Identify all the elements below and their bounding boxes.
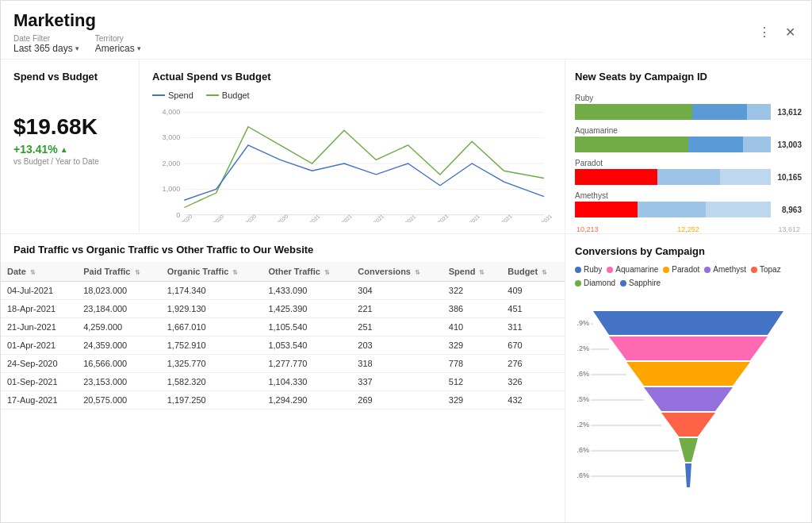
table-cell: 16,566.000 (77, 355, 161, 373)
spend-change: +13.41% ▲ (13, 143, 126, 156)
ruby-dot (575, 267, 581, 273)
table-cell: 410 (442, 318, 502, 336)
table-cell: 451 (501, 300, 565, 318)
table-cell: 17-Aug-2021 (1, 391, 77, 410)
svg-marker-27 (679, 438, 698, 462)
legend-amethyst: Amethyst (704, 265, 746, 274)
more-options-button[interactable]: ⋮ (755, 23, 774, 41)
header: Marketing Date Filter Last 365 days ▾ Te… (1, 1, 811, 60)
close-button[interactable]: ✕ (782, 23, 799, 41)
svg-marker-23 (609, 336, 768, 360)
svg-marker-22 (593, 311, 783, 335)
spend-legend-label: Spend (168, 90, 193, 100)
legend-aquamarine: Aquamarine (607, 265, 658, 274)
table-cell: 24-Sep-2020 (1, 355, 77, 373)
amethyst-label: Amethyst (713, 265, 746, 274)
table-header: Date ⇅ Paid Traffic ⇅ Organic Traffic ⇅ … (1, 262, 565, 282)
dashboard: Marketing Date Filter Last 365 days ▾ Te… (0, 0, 812, 523)
date-filter-dropdown[interactable]: Last 365 days ▾ (13, 43, 79, 54)
svg-text:1,000: 1,000 (163, 186, 181, 194)
seat-label-amethyst: Amethyst (575, 191, 802, 200)
table-title: Paid Traffic vs Organic Traffic vs Other… (1, 244, 565, 262)
table-cell: 432 (501, 391, 565, 410)
table-header-row: Date ⇅ Paid Traffic ⇅ Organic Traffic ⇅ … (1, 262, 565, 282)
svg-text:15%: 15% (577, 395, 589, 403)
table-cell: 318 (351, 355, 442, 373)
territory-filter-dropdown[interactable]: Americas ▾ (95, 43, 141, 54)
col-budget[interactable]: Budget ⇅ (501, 262, 565, 282)
sort-icon-other: ⇅ (324, 269, 330, 276)
legend-diamond: Diamond (575, 279, 615, 287)
table-cell: 23,184.000 (77, 300, 161, 318)
svg-text:4,000: 4,000 (163, 108, 181, 116)
sort-icon-paid: ⇅ (135, 269, 140, 276)
table-cell: 409 (501, 282, 565, 300)
seat-label-aquamarine: Aquamarine (575, 126, 802, 135)
col-date[interactable]: Date ⇅ (1, 262, 77, 282)
legend-budget: Budget (206, 90, 250, 100)
seats-title: New Seats by Campaign ID (575, 71, 802, 83)
col-paid-traffic[interactable]: Paid Traffic ⇅ (77, 262, 161, 282)
col-organic-traffic[interactable]: Organic Traffic ⇅ (161, 262, 262, 282)
table-cell: 1,104.330 (262, 373, 351, 391)
paradot-label: Paradot (672, 265, 699, 274)
table-cell: 322 (442, 282, 502, 300)
svg-text:22.9%: 22.9% (577, 319, 589, 327)
table-cell: 1,174.340 (161, 282, 262, 300)
aquamarine-dot (607, 267, 613, 273)
table-cell: 01-Sep-2021 (1, 373, 77, 391)
diamond-dot (575, 280, 581, 286)
seat-row-paradot: Paradot 10,165 (575, 159, 802, 185)
date-filter-group: Date Filter Last 365 days ▾ (13, 34, 79, 54)
seats-x-axis: 10,213 12,252 13,612 (575, 225, 802, 233)
table-row: 01-Sep-202123,153.0001,582.3201,104.3303… (1, 373, 565, 391)
table-cell: 251 (351, 318, 442, 336)
table-cell: 269 (351, 391, 442, 410)
table-cell: 1,197.250 (161, 391, 262, 410)
sort-icon-date: ⇅ (30, 269, 36, 276)
seat-value-amethyst: 8,963 (774, 206, 802, 214)
table-cell: 276 (501, 355, 565, 373)
table-cell: 1,667.010 (161, 318, 262, 336)
col-conversions[interactable]: Conversions ⇅ (351, 262, 442, 282)
header-left: Marketing Date Filter Last 365 days ▾ Te… (13, 10, 141, 54)
table-cell: 18,023.000 (77, 282, 161, 300)
svg-text:17.2%: 17.2% (577, 344, 589, 352)
date-filter-chevron-icon: ▾ (75, 44, 79, 52)
seat-bar-ruby: 13,612 (575, 104, 802, 120)
conversions-legend: Ruby Aquamarine Paradot Amethyst (575, 265, 802, 287)
seats-x-label-1: 10,213 (576, 225, 599, 233)
aquamarine-label: Aquamarine (615, 265, 658, 274)
seat-bar-amethyst: 8,963 (575, 202, 802, 217)
seat-bar-aquamarine: 13,003 (575, 137, 802, 152)
funnel-svg: 22.9% 17.2% 16.6% 15% 12% 8.6% 7.6% (577, 311, 799, 494)
main-content: Spend vs Budget $19.68K +13.41% ▲ vs Bud… (1, 60, 811, 522)
table-cell: 1,929.130 (161, 300, 262, 318)
col-other-traffic[interactable]: Other Traffic ⇅ (262, 262, 351, 282)
seats-x-label-3: 13,612 (778, 225, 800, 233)
spend-legend-dot (152, 94, 165, 96)
col-spend[interactable]: Spend ⇅ (442, 262, 502, 282)
table-cell: 21-Jun-2021 (1, 318, 77, 336)
diamond-label: Diamond (584, 279, 615, 287)
svg-text:8.6%: 8.6% (577, 446, 589, 454)
legend-paradot: Paradot (663, 265, 699, 274)
territory-filter-group: Territory Americas ▾ (95, 34, 141, 54)
table-row: 21-Jun-20214,259.0001,667.0101,105.54025… (1, 318, 565, 336)
table-body: 04-Jul-202118,023.0001,174.3401,433.0903… (1, 282, 565, 410)
table-cell: 1,294.290 (262, 391, 351, 410)
funnel-container: 22.9% 17.2% 16.6% 15% 12% 8.6% 7.6% (575, 294, 802, 511)
seats-chart: Ruby 13,612 Aquamarine (575, 94, 802, 233)
territory-chevron-icon: ▾ (137, 44, 141, 52)
spend-budget-panel: Spend vs Budget $19.68K +13.41% ▲ vs Bud… (1, 60, 140, 233)
seat-row-ruby: Ruby 13,612 (575, 94, 802, 120)
svg-marker-26 (661, 413, 715, 436)
svg-text:12%: 12% (577, 421, 589, 429)
budget-legend-label: Budget (222, 90, 250, 100)
line-chart-panel: Actual Spend vs Budget Spend Budget (140, 60, 565, 233)
table-row: 17-Aug-202120,575.0001,197.2501,294.2902… (1, 391, 565, 410)
sort-icon-conversions: ⇅ (415, 269, 420, 276)
page-title: Marketing (13, 10, 141, 31)
line-chart-title: Actual Spend vs Budget (152, 71, 552, 83)
seat-value-paradot: 10,165 (774, 173, 802, 182)
